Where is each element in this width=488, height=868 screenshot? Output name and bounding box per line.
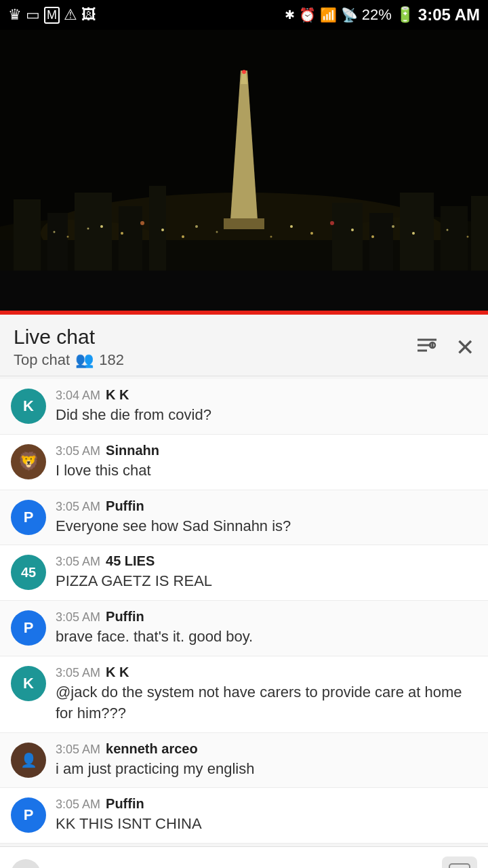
svg-point-38 — [467, 236, 469, 238]
message-time: 3:05 AM — [56, 666, 100, 680]
svg-point-34 — [87, 228, 89, 230]
chat-message: 45 3:05 AM 45 LIES PIZZA GAETZ IS REAL — [0, 545, 488, 601]
message-text: I love this chat — [56, 460, 477, 481]
chat-message: 👤 3:05 AM kenneth arceo i am just practi… — [0, 733, 488, 789]
send-button[interactable] — [442, 856, 477, 868]
chat-message: 🦁 3:05 AM Sinnahn I love this chat — [0, 435, 488, 490]
battery-icon: 🔋 — [396, 6, 414, 24]
viewer-icon: 👥 — [75, 351, 94, 369]
message-author: Sinnahn — [106, 443, 159, 458]
wifi-icon: 📶 — [320, 7, 337, 23]
avatar: 👤 — [11, 743, 46, 778]
message-author: K K — [106, 665, 129, 680]
image-icon: 🖼 — [81, 6, 96, 24]
message-time: 3:04 AM — [56, 389, 100, 403]
chat-message: K 3:04 AM K K Did she die from covid? — [0, 379, 488, 435]
message-time: 3:05 AM — [56, 500, 100, 514]
message-content: 3:04 AM K K Did she die from covid? — [56, 387, 477, 426]
message-content: 3:05 AM kenneth arceo i am just practici… — [56, 741, 477, 780]
chat-header-info: Live chat Top chat 👥 182 — [14, 326, 124, 369]
top-chat-label[interactable]: Top chat — [14, 351, 70, 369]
svg-point-21 — [161, 229, 164, 231]
message-meta: 3:05 AM K K — [56, 665, 477, 680]
video-progress-bar[interactable] — [0, 311, 488, 315]
chat-input-bar: ☺ — [0, 846, 488, 868]
chat-sub-header: Top chat 👥 182 — [14, 351, 124, 369]
clock-time: 3:05 AM — [418, 5, 480, 24]
avatar: K — [11, 666, 46, 701]
message-meta: 3:05 AM Puffin — [56, 796, 477, 812]
message-author: Puffin — [106, 498, 144, 514]
message-meta: 3:05 AM Puffin — [56, 498, 477, 514]
avatar: 45 — [11, 555, 46, 590]
avatar: P — [11, 610, 46, 646]
message-text: KK THIS ISNT CHINA — [56, 814, 477, 835]
message-text: @jack do the system not have carers to p… — [56, 682, 477, 724]
chat-message: P 3:05 AM Puffin KK THIS ISNT CHINA — [0, 788, 488, 844]
svg-point-18 — [100, 225, 103, 228]
message-meta: 3:05 AM Sinnahn — [56, 443, 477, 458]
message-content: 3:05 AM Sinnahn I love this chat — [56, 443, 477, 481]
message-meta: 3:04 AM K K — [56, 387, 477, 403]
avatar: K — [11, 389, 46, 424]
message-author: 45 LIES — [106, 553, 155, 569]
message-author: Puffin — [106, 609, 144, 625]
svg-point-25 — [310, 232, 313, 235]
svg-point-24 — [290, 225, 293, 228]
signal-icon: 📡 — [341, 7, 358, 23]
video-player[interactable] — [0, 30, 488, 315]
svg-rect-31 — [0, 271, 488, 315]
chat-message: K 3:05 AM K K @jack do the system not ha… — [0, 656, 488, 733]
avatar: P — [11, 500, 46, 535]
chat-header-actions: ✕ — [415, 333, 474, 362]
message-time: 3:05 AM — [56, 797, 100, 812]
message-author: K K — [106, 387, 129, 403]
chat-message: P 3:05 AM Puffin brave face. that's it. … — [0, 601, 488, 656]
message-text: Did she die from covid? — [56, 405, 477, 426]
alarm-icon: ⏰ — [299, 7, 316, 23]
viewer-count: 182 — [99, 351, 124, 369]
emoji-icon: ☺ — [16, 863, 36, 868]
svg-point-39 — [242, 70, 246, 74]
close-button[interactable]: ✕ — [455, 334, 474, 361]
message-meta: 3:05 AM 45 LIES — [56, 553, 477, 569]
svg-point-29 — [392, 225, 394, 228]
chat-message: P 3:05 AM Puffin Everyone see how Sad Si… — [0, 490, 488, 546]
avatar: 🦁 — [11, 444, 46, 479]
svg-point-23 — [195, 225, 198, 228]
battery-percent: 22% — [362, 6, 392, 24]
message-author: Puffin — [106, 796, 144, 812]
message-content: 3:05 AM K K @jack do the system not have… — [56, 665, 477, 724]
message-text: PIZZA GAETZ IS REAL — [56, 571, 477, 592]
bluetooth-icon: ✱ — [285, 7, 295, 22]
svg-point-27 — [351, 229, 354, 231]
message-time: 3:05 AM — [56, 610, 100, 625]
message-content: 3:05 AM Puffin Everyone see how Sad Sinn… — [56, 498, 477, 537]
svg-point-28 — [371, 235, 374, 238]
emoji-button[interactable]: ☺ — [11, 859, 41, 868]
message-meta: 3:05 AM kenneth arceo — [56, 741, 477, 757]
chat-input[interactable] — [50, 859, 432, 868]
svg-point-36 — [270, 236, 272, 238]
message-content: 3:05 AM Puffin KK THIS ISNT CHINA — [56, 796, 477, 835]
message-text: i am just practicing my english — [56, 759, 477, 780]
crown-icon: ♛ — [8, 6, 22, 24]
message-meta: 3:05 AM Puffin — [56, 609, 477, 625]
svg-rect-6 — [224, 218, 264, 229]
message-text: brave face. that's it. good boy. — [56, 627, 477, 648]
filter-button[interactable] — [415, 333, 439, 362]
status-icons-right: ✱ ⏰ 📶 📡 22% 🔋 3:05 AM — [285, 5, 480, 24]
svg-point-35 — [216, 231, 218, 233]
message-text: Everyone see how Sad Sinnahn is? — [56, 516, 477, 537]
svg-rect-45 — [449, 864, 470, 868]
svg-point-20 — [140, 221, 144, 225]
svg-point-37 — [447, 229, 449, 231]
chat-header: Live chat Top chat 👥 182 ✕ — [0, 315, 488, 376]
message-time: 3:05 AM — [56, 444, 100, 458]
m-icon: M — [44, 7, 60, 24]
svg-point-30 — [412, 232, 415, 235]
svg-point-22 — [182, 235, 184, 238]
warning-icon: ⚠ — [64, 6, 77, 24]
live-chat-title: Live chat — [14, 326, 124, 349]
message-time: 3:05 AM — [56, 743, 100, 757]
